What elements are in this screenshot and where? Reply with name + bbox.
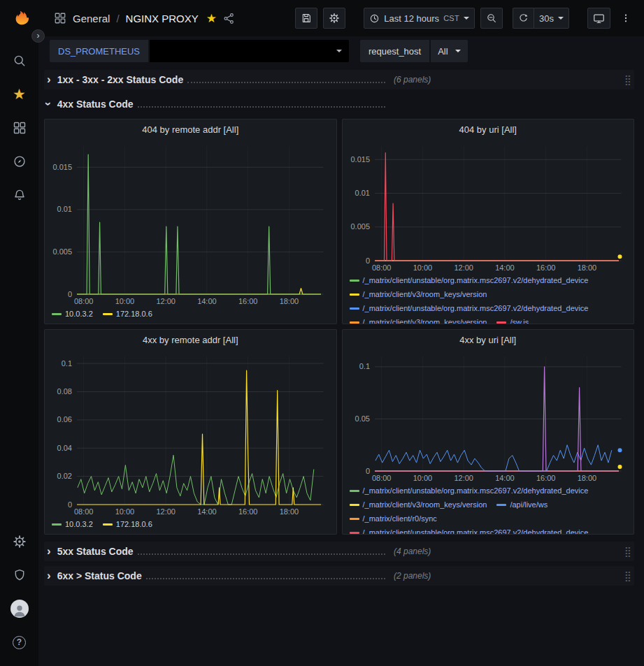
legend-item[interactable]: 172.18.0.6 <box>103 308 152 319</box>
favorite-button[interactable]: ★ <box>206 11 217 26</box>
compass-icon <box>13 154 27 168</box>
dashboard-settings-button[interactable] <box>323 8 345 29</box>
sidebar-item-alerting[interactable] <box>6 181 34 209</box>
sidebar-item-profile[interactable] <box>6 595 34 623</box>
sidebar-item-starred[interactable]: ★ <box>6 80 34 108</box>
svg-text:0.015: 0.015 <box>52 163 72 171</box>
breadcrumb-separator: / <box>116 13 119 24</box>
dashboard-row-5xx[interactable]: › 5xx Status Code (4 panels) ⣿ <box>44 542 634 561</box>
legend-item[interactable]: /_matrix/client/unstable/org.matrix.msc2… <box>350 275 589 286</box>
panel-legend: 10.0.3.2172.18.0.6 <box>45 307 336 324</box>
save-dashboard-button[interactable] <box>295 8 317 29</box>
legend-item[interactable]: /_matrix/client/v3/room_keys/version <box>350 289 487 300</box>
time-series-chart[interactable]: 08:0010:0012:0014:0016:0018:0000.0050.01… <box>45 140 336 307</box>
sidebar-item-explore[interactable] <box>6 147 34 175</box>
svg-text:18:00: 18:00 <box>280 507 299 516</box>
variables-bar: DS_PROMETHEUS request_host All <box>38 36 644 66</box>
svg-text:0.1: 0.1 <box>62 359 72 368</box>
panel-404-by-remote-addr: 404 by remote addr [All] 08:0010:0012:00… <box>44 119 337 324</box>
svg-text:0.08: 0.08 <box>57 387 72 396</box>
sidebar-item-configuration[interactable] <box>6 528 34 556</box>
panel-title[interactable]: 4xx by remote addr [All] <box>45 330 336 351</box>
series-color-marker <box>350 307 359 310</box>
legend-item[interactable]: 10.0.3.2 <box>52 519 93 530</box>
dashboard-row-6xx[interactable]: › 6xx > Status Code (2 panels) ⣿ <box>44 566 634 586</box>
series-color-marker <box>350 280 359 282</box>
series-label: /_matrix/client/unstable/org.matrix.msc2… <box>363 275 589 286</box>
series-label: 10.0.3.2 <box>65 519 93 530</box>
refresh-interval-select[interactable]: 30s <box>534 8 569 29</box>
legend-item[interactable]: /_matrix/client/v3/room_keys/version <box>350 499 487 510</box>
person-icon <box>12 602 27 618</box>
sidebar-item-help[interactable]: ? <box>6 628 34 656</box>
legend-item[interactable]: /api/live/ws <box>496 499 548 510</box>
request-host-variable-select[interactable]: All <box>431 40 467 62</box>
sidebar-expand-button[interactable]: › <box>31 29 45 43</box>
datasource-variable-select[interactable] <box>150 40 349 62</box>
svg-text:18:00: 18:00 <box>577 474 596 482</box>
time-series-chart[interactable]: 08:0010:0012:0014:0016:0018:0000.020.040… <box>45 351 336 517</box>
row-drag-handle[interactable]: ⣿ <box>624 570 631 581</box>
series-label: 172.18.0.6 <box>116 519 152 530</box>
refresh-interval-label: 30s <box>539 13 554 24</box>
svg-text:0: 0 <box>68 290 72 298</box>
legend-item[interactable]: /_matrix/client/r0/sync <box>350 513 437 524</box>
svg-text:0: 0 <box>68 500 72 509</box>
series-color-marker <box>52 523 62 526</box>
svg-text:18:00: 18:00 <box>280 297 299 305</box>
svg-text:0.06: 0.06 <box>57 415 72 424</box>
star-icon: ★ <box>13 86 26 103</box>
dashboards-grid-icon <box>13 121 27 135</box>
series-color-marker <box>52 313 62 315</box>
legend-item[interactable]: /_matrix/client/unstable/org.matrix.msc2… <box>350 485 589 496</box>
share-button[interactable] <box>223 13 235 24</box>
legend-item[interactable]: /_matrix/client/v3/room_keys/version <box>350 317 487 324</box>
dashboard-row-4xx[interactable]: › 4xx Status Code <box>44 94 634 114</box>
refresh-button-group: 30s <box>513 8 569 29</box>
sidebar-item-search[interactable] <box>6 47 34 75</box>
gear-icon <box>13 535 27 549</box>
svg-text:12:00: 12:00 <box>156 297 176 305</box>
legend-item[interactable]: /_matrix/client/unstable/org.matrix.msc2… <box>350 303 589 314</box>
zoom-out-button[interactable] <box>480 8 503 29</box>
svg-text:14:00: 14:00 <box>495 474 515 482</box>
series-label: /_matrix/client/unstable/org.matrix.msc2… <box>363 527 589 534</box>
request-host-variable-label: request_host <box>360 40 429 62</box>
shield-icon <box>13 568 27 582</box>
panel-4xx-by-remote-addr: 4xx by remote addr [All] 08:0010:0012:00… <box>44 329 337 535</box>
legend-item[interactable]: /_matrix/client/unstable/org.matrix.msc2… <box>350 527 589 534</box>
breadcrumb-dashboard-title[interactable]: NGINX PROXY <box>126 13 199 24</box>
svg-text:12:00: 12:00 <box>454 263 473 272</box>
dashboard-toolbar: Last 12 hours CST 30 <box>289 8 634 29</box>
legend-item[interactable]: /sw.js <box>496 317 529 324</box>
time-series-chart[interactable]: 08:0010:0012:0014:0016:0018:0000.050.1 <box>343 351 634 484</box>
time-range-picker[interactable]: Last 12 hours CST <box>364 8 475 29</box>
panel-title[interactable]: 404 by remote addr [All] <box>45 120 336 140</box>
svg-text:0.01: 0.01 <box>57 205 72 213</box>
series-label: /_matrix/client/v3/room_keys/version <box>363 317 487 324</box>
grafana-app: ★ <box>0 0 644 666</box>
legend-item[interactable]: 172.18.0.6 <box>103 519 152 530</box>
sidebar-item-dashboards[interactable] <box>6 114 34 142</box>
sidebar-item-home[interactable] <box>9 8 30 31</box>
cycle-view-button[interactable] <box>587 8 610 29</box>
grafana-logo-icon <box>9 8 30 29</box>
panel-title[interactable]: 4xx by uri [All] <box>343 330 634 351</box>
dashboard-row-1xx-3xx-2xx[interactable]: › 1xx - 3xx - 2xx Status Code (6 panels)… <box>44 70 634 89</box>
svg-text:0.005: 0.005 <box>350 222 370 231</box>
svg-text:0: 0 <box>365 256 369 265</box>
panel-title[interactable]: 404 by uri [All] <box>343 120 634 140</box>
row-drag-handle[interactable]: ⣿ <box>624 74 631 85</box>
series-label: 172.18.0.6 <box>116 308 152 319</box>
sidebar-item-server-admin[interactable] <box>6 561 34 589</box>
datasource-variable-label: DS_PROMETHEUS <box>50 40 148 62</box>
time-series-chart[interactable]: 08:0010:0012:0014:0016:0018:0000.0050.01… <box>343 140 634 273</box>
legend-item[interactable]: 10.0.3.2 <box>52 308 93 319</box>
series-label: 10.0.3.2 <box>65 308 93 319</box>
refresh-button[interactable] <box>513 8 534 29</box>
row-drag-handle[interactable]: ⣿ <box>624 546 631 557</box>
breadcrumb-folder[interactable]: General <box>73 13 110 24</box>
share-icon <box>223 13 235 24</box>
panel-4xx-by-uri: 4xx by uri [All] 08:0010:0012:0014:0016:… <box>342 329 635 535</box>
kebab-menu-button[interactable] <box>617 13 634 24</box>
